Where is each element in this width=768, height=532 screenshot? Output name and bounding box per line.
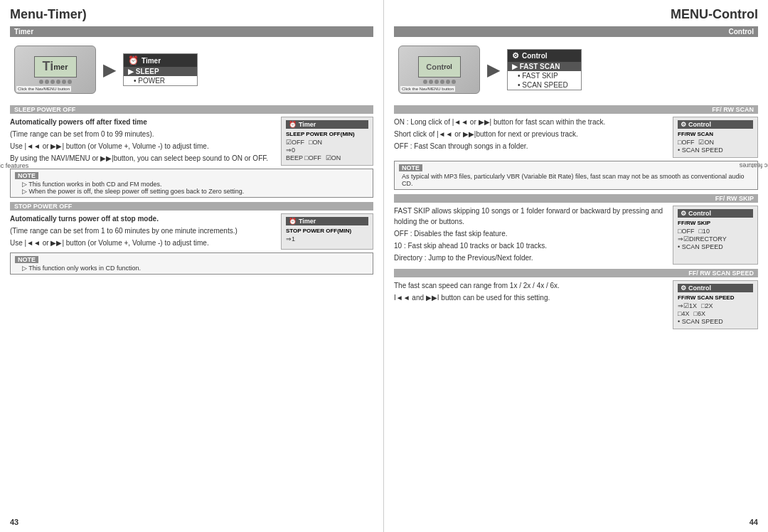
right-menu-item-3[interactable]: • SCAN SPEED bbox=[508, 80, 581, 90]
skip-row3: • SCAN SPEED bbox=[678, 243, 753, 250]
btn4 bbox=[56, 80, 60, 84]
rbtn5 bbox=[446, 80, 450, 84]
ff-rw-skip-display-title: ⚙ Control bbox=[678, 209, 753, 218]
right-menu-panel-wrap: ⚙ Control ▶ FAST SCAN • FAST SKIP • SCAN… bbox=[507, 49, 582, 90]
note-ff-header: NOTE bbox=[399, 164, 422, 171]
ff-rw-scan-speed-display-title: ⚙ Control bbox=[678, 284, 753, 292]
note-box-2: NOTE This function only works in CD func… bbox=[10, 252, 373, 275]
page-right: MENU-Control Control Control Click the N… bbox=[384, 0, 768, 532]
sleep-power-off-content: Automatically powers off after fixed tim… bbox=[10, 117, 373, 166]
left-device-area: Timer Click the Nav/MENU button ▶ ⏰ Time… bbox=[10, 41, 373, 98]
sleep-desc3: Use |◄◄ or ▶▶| button (or Volume +, Volu… bbox=[10, 141, 277, 151]
page-left: Menu-Timer) Timer Timer Click the Nav/ME… bbox=[0, 0, 384, 532]
right-menu-panel-header: ⚙ Control bbox=[508, 50, 581, 62]
right-menu-item-1[interactable]: ▶ FAST SCAN bbox=[508, 62, 581, 71]
speed-desc2: I◄◄ and ▶▶I button can be used for this … bbox=[394, 292, 668, 303]
left-device-mock: Timer Click the Nav/MENU button bbox=[14, 46, 96, 94]
ff-rw-label: FF/RW SCAN bbox=[678, 131, 753, 137]
stop-desc2: (Time range can be set from 1 to 60 minu… bbox=[10, 225, 277, 236]
left-side-label: Specific features bbox=[0, 162, 28, 169]
sleep-power-off-text: Automatically powers off after fixed tim… bbox=[10, 117, 277, 166]
right-control-section-bar: Control bbox=[394, 26, 758, 37]
rbtn6 bbox=[452, 80, 456, 84]
stop-timer-label: STOP POWER OFF(MIN) bbox=[286, 228, 368, 234]
clock-icon: ⏰ bbox=[128, 55, 139, 65]
ff-rw-skip-text: FAST SKIP allows skipping 10 songs or 1 … bbox=[394, 206, 668, 265]
control-icon-ff: ⚙ bbox=[681, 121, 686, 128]
sleep-timer-row2: ⇒0 bbox=[286, 147, 368, 154]
control-icon-skip: ⚙ bbox=[681, 210, 686, 217]
sleep-desc2: (Time range can be set from 0 to 99 minu… bbox=[10, 129, 277, 139]
sleep-timer-row1: ☑OFF □ON bbox=[286, 139, 368, 146]
speed-row2: □4X □6X bbox=[678, 310, 753, 317]
sleep-timer-row3: BEEP □OFF ☑ON bbox=[286, 154, 368, 161]
skip-desc4: Directory : Jump to the Previous/Next fo… bbox=[394, 252, 668, 263]
right-page-title: MENU-Control bbox=[394, 7, 758, 22]
sleep-timer-title: ⏰ Timer bbox=[286, 120, 368, 129]
sleep-timer-label: SLEEP POWER OFF(MIN) bbox=[286, 131, 368, 137]
right-device-buttons bbox=[423, 80, 456, 84]
ff-rw-scan-bar: FF/ RW SCAN bbox=[394, 105, 758, 114]
control-icon-speed: ⚙ bbox=[681, 284, 686, 292]
left-menu-panel: ⏰ Timer ▶ SLEEP • POWER bbox=[123, 53, 198, 86]
stop-timer-title: ⏰ Timer bbox=[286, 217, 368, 225]
sleep-desc4: By using the NAVI/MENU or ▶▶|button, you… bbox=[10, 153, 277, 164]
right-menu-panel: ⚙ Control ▶ FAST SCAN • FAST SKIP • SCAN… bbox=[507, 49, 582, 90]
note-item-1-2: When the power is off, the sleep power o… bbox=[15, 188, 368, 195]
stop-timer-display: ⏰ Timer STOP POWER OFF(MIN) ⇒1 bbox=[281, 213, 373, 250]
btn5 bbox=[62, 80, 66, 84]
skip-desc1: FAST SKIP allows skipping 10 songs or 1 … bbox=[394, 206, 668, 227]
ff-rw-skip-bar: FF/ RW SKIP bbox=[394, 194, 758, 203]
rbtn3 bbox=[434, 80, 439, 84]
ff-desc-short: Short click of |◄◄ or ▶▶|button for next… bbox=[394, 129, 668, 139]
ff-rw-skip-display: ⚙ Control FF/RW SKIP □OFF □10 ⇒☑DIRECTOR… bbox=[673, 206, 758, 265]
btn6 bbox=[68, 80, 72, 84]
ff-rw-scan-content: ON : Long click of |◄◄ or ▶▶| button for… bbox=[394, 117, 758, 158]
sleep-timer-display: ⏰ Timer SLEEP POWER OFF(MIN) ☑OFF □ON ⇒0… bbox=[281, 117, 373, 166]
stop-desc1: Automatically turns power off at stop mo… bbox=[10, 213, 277, 224]
stop-power-off-text: Automatically turns power off at stop mo… bbox=[10, 213, 277, 250]
ff-rw-skip-label: FF/RW SKIP bbox=[678, 220, 753, 226]
ff-rw-scan-speed-label: FF/RW SCAN SPEED bbox=[678, 294, 753, 301]
speed-row1: ⇒☑1X □2X bbox=[678, 302, 753, 309]
note-item-1-1: This function works in both CD and FM mo… bbox=[15, 181, 368, 188]
ff-desc-on: ON : Long click of |◄◄ or ▶▶| button for… bbox=[394, 117, 668, 127]
ff-rw-scan-speed-text: The fast scan speed can range from 1x / … bbox=[394, 280, 668, 329]
clock-icon-sleep: ⏰ bbox=[289, 121, 297, 128]
left-menu-item-1[interactable]: ▶ SLEEP bbox=[124, 67, 197, 76]
control-icon: ⚙ bbox=[512, 51, 519, 60]
speed-desc1: The fast scan speed can range from 1x / … bbox=[394, 280, 668, 291]
ff-rw-scan-text: ON : Long click of |◄◄ or ▶▶| button for… bbox=[394, 117, 668, 158]
skip-desc3: 10 : Fast skip ahead 10 tracks or back 1… bbox=[394, 240, 668, 251]
note-ff-text: As typical with MP3 files, particularly … bbox=[399, 173, 753, 187]
right-device-mock: Control Click the Nav/MENU button bbox=[398, 46, 480, 94]
rbtn2 bbox=[429, 80, 433, 84]
right-device-screen: Control bbox=[418, 56, 461, 78]
right-click-label: Click the Nav/MENU button bbox=[400, 86, 455, 92]
right-side-label: Specific features bbox=[740, 162, 768, 169]
left-device-screen: Timer bbox=[34, 56, 77, 78]
sleep-desc1: Automatically powers off after fixed tim… bbox=[10, 117, 277, 127]
note-item-2-1: This function only works in CD function. bbox=[15, 265, 368, 272]
right-menu-item-2[interactable]: • FAST SKIP bbox=[508, 71, 581, 80]
left-page-title: Menu-Timer) bbox=[10, 7, 373, 22]
ff-rw-scan-speed-bar: FF/ RW SCAN SPEED bbox=[394, 269, 758, 277]
note-box-1: NOTE This function works in both CD and … bbox=[10, 169, 373, 198]
skip-row1: □OFF □10 bbox=[678, 228, 753, 235]
stop-desc3: Use |◄◄ or ▶▶| button (or Volume +, Volu… bbox=[10, 238, 277, 248]
sleep-power-off-bar: SLEEP POWER OFF bbox=[10, 105, 373, 114]
btn3 bbox=[50, 80, 55, 84]
rbtn4 bbox=[440, 80, 444, 84]
stop-timer-row1: ⇒1 bbox=[286, 235, 368, 243]
right-arrow: ▶ bbox=[487, 60, 500, 80]
skip-row2: ⇒☑DIRECTORY bbox=[678, 235, 753, 243]
rbtn1 bbox=[423, 80, 427, 84]
left-menu-panel-wrap: ⏰ Timer ▶ SLEEP • POWER bbox=[123, 53, 198, 86]
left-menu-item-2[interactable]: • POWER bbox=[124, 76, 197, 85]
ff-rw-scan-speed-display: ⚙ Control FF/RW SCAN SPEED ⇒☑1X □2X □4X … bbox=[673, 280, 758, 329]
stop-power-off-bar: STOP POWER OFF bbox=[10, 202, 373, 211]
left-device-buttons bbox=[39, 80, 72, 84]
ff-rw-scan-speed-content: The fast scan speed can range from 1x / … bbox=[394, 280, 758, 329]
ff-rw-scan-display-title: ⚙ Control bbox=[678, 120, 753, 129]
btn2 bbox=[45, 80, 49, 84]
